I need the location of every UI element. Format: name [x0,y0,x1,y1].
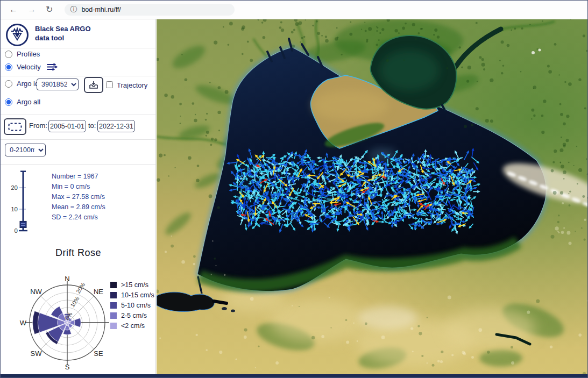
divider [1,115,155,115]
argo-all-label: Argo all [17,98,40,106]
svg-text:20: 20 [11,184,18,191]
download-float-button[interactable] [84,77,103,93]
legend-swatch [110,302,117,309]
mhi-logo-icon [6,24,29,46]
argo-id-select[interactable]: 3901852 [37,79,79,90]
app-window: ← → ↻ ⓘ bod-mhi.ru/ff/ Black Sea ARGO da… [0,0,588,378]
legend-label: 10-15 cm/s [121,291,154,299]
sidebar: Black Sea ARGO data tool Profiles Veloci… [1,19,156,375]
stat-number: Number = 1967 [52,172,105,182]
stat-max: Max = 27.58 cm/s [52,192,105,202]
profiles-radio[interactable] [5,51,12,58]
legend-row: >15 cm/s [110,280,154,290]
info-icon[interactable]: ⓘ [70,5,77,15]
legend-label: 2-5 cm/s [121,312,147,319]
to-label: to: [88,122,96,130]
trajectory-checkbox[interactable] [106,81,113,88]
velocity-radio[interactable] [5,63,12,71]
velocity-label: Velocity [17,63,41,71]
divider [1,48,155,48]
legend-swatch [110,312,117,319]
legend-swatch [110,282,117,288]
browser-toolbar: ← → ↻ ⓘ bod-mhi.ru/ff/ [1,1,587,19]
svg-text:20%: 20% [75,281,87,294]
svg-text:S: S [65,363,70,371]
stat-min: Min = 0 cm/s [52,182,105,192]
back-icon[interactable]: ← [9,5,18,14]
app-title-line1: Black Sea ARGO [35,24,91,33]
legend-label: <2 cm/s [121,322,145,330]
app-title: Black Sea ARGO data tool [35,24,91,42]
divider [1,139,155,140]
from-label: From: [29,122,47,130]
app-title-line2: data tool [35,33,91,42]
svg-text:NW: NW [30,288,42,296]
reload-icon[interactable]: ↻ [46,5,53,14]
legend-row: 10-15 cm/s [110,290,154,300]
svg-text:10: 10 [11,206,18,212]
svg-text:NE: NE [94,288,103,296]
legend-row: 2-5 cm/s [110,310,154,320]
stat-sd: SD = 2.24 cm/s [52,212,105,223]
trajectory-label: Trajectory [117,81,147,89]
legend-swatch [110,323,117,329]
drift-rose-legend: >15 cm/s 10-15 cm/s 5-10 cm/s 2-5 cm/s <… [110,280,154,331]
svg-text:N: N [65,275,69,283]
forward-icon[interactable]: → [27,5,36,14]
legend-swatch [110,292,117,298]
selection-rectangle-icon [8,123,22,131]
divider [1,76,155,76]
address-bar[interactable]: ⓘ bod-mhi.ru/ff/ [65,4,235,16]
svg-text:W: W [20,319,27,327]
statistics-block: Number = 1967 Min = 0 cm/s Max = 27.58 c… [52,172,105,223]
to-date-input[interactable] [97,120,135,132]
inbox-download-icon [89,81,98,90]
from-date-input[interactable] [48,120,86,132]
black-sea-map[interactable] [157,19,588,375]
argo-id-radio[interactable] [5,80,12,88]
velocity-arrows-icon [46,63,59,71]
profiles-label: Profiles [17,50,40,58]
slider-handle[interactable] [20,221,26,227]
window-bottom-edge [1,374,587,377]
legend-label: 5-10 cm/s [121,302,151,309]
url-text: bod-mhi.ru/ff/ [81,6,121,13]
argo-id-option[interactable]: Argo id: [5,80,41,88]
legend-label: >15 cm/s [121,281,148,289]
svg-text:SE: SE [94,350,103,358]
legend-row: <2 cm/s [110,320,154,331]
argo-all-radio[interactable] [5,98,12,106]
svg-text:10%: 10% [69,295,81,308]
drift-rose-title: Drift Rose [1,247,156,259]
mode-profiles-option[interactable]: Profiles [5,50,40,58]
svg-text:SW: SW [31,350,42,358]
speed-range-slider[interactable]: 20100 [4,168,36,237]
stat-mean: Mean = 2.89 cm/s [52,202,105,212]
argo-all-option[interactable]: Argo all [5,98,40,106]
legend-row: 5-10 cm/s [110,300,154,310]
area-select-button[interactable] [4,118,26,135]
svg-text:0: 0 [15,227,18,234]
divider [1,164,155,165]
depth-range-select[interactable]: 0-2100m [5,144,46,156]
mode-velocity-option[interactable]: Velocity [5,63,59,71]
